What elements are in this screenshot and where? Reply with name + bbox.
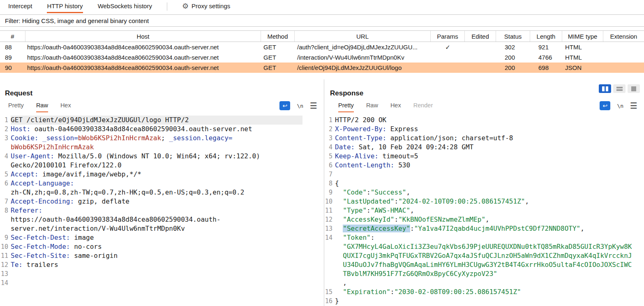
tab-divider: [167, 2, 167, 11]
request-tab-raw[interactable]: Raw: [36, 99, 48, 112]
wrap-toggle-icon[interactable]: ↩: [279, 101, 290, 110]
text-segment: ,: [410, 206, 414, 214]
line-content: "LastUpdated":"2024-02-10T09:00:25.08615…: [335, 197, 633, 206]
text-segment: image: [70, 234, 94, 241]
text-segment: zh-CN,zh;q=0.8,zh-TW;q=0.7,zh-HK;q=0.5,e…: [11, 188, 244, 197]
text-segment: oauth-0a46003903834a8d84cea80602590034.o…: [30, 125, 252, 133]
view-split-rows-button[interactable]: [613, 84, 626, 93]
column-header-status[interactable]: Status: [496, 31, 530, 42]
tab-proxy-settings[interactable]: ⚙Proxy settings: [182, 0, 230, 13]
request-editor-line: 12Te: trailers: [0, 260, 324, 269]
response-subtabs: PrettyRawHexRender: [324, 99, 433, 112]
column-header-mime-type[interactable]: MIME type: [562, 31, 603, 42]
text-segment: "Ya1va47I2qabd4ucjm4UVhPPDstC9Df72NND8OT…: [414, 225, 581, 232]
table-row[interactable]: 89https://oauth-0a46003903834a8d84cea806…: [0, 52, 644, 63]
text-segment: Accept-Encoding:: [11, 197, 74, 205]
table-row[interactable]: 88https://oauth-0a46003903834a8d84cea806…: [0, 42, 644, 52]
text-segment: ,: [406, 188, 410, 196]
response-editor-line: 7: [324, 170, 644, 179]
line-content: [11, 269, 302, 278]
text-segment: Date:: [335, 143, 355, 151]
line-number: 9: [0, 233, 11, 242]
line-number: 12: [0, 260, 11, 269]
wrap-toggle-icon[interactable]: ↩: [600, 101, 610, 110]
text-segment: "Code": [343, 188, 367, 196]
text-segment: "GX7MHcyL4GaLoXicIi3Z3eu7qkVbs6J9PjeUURE…: [343, 242, 633, 278]
column-header-edited[interactable]: Edited: [465, 31, 496, 42]
text-segment: "LastUpdated": [343, 197, 394, 205]
line-number: 2: [0, 125, 11, 134]
text-segment: application/json; charset=utf-8: [386, 134, 513, 142]
table-row[interactable]: 90https://oauth-0a46003903834a8d84cea806…: [0, 63, 644, 73]
request-tab-hex[interactable]: Hex: [60, 99, 71, 112]
response-editor-line: 12 "AccessKeyId":"KkBNOofESNzwmeZlmMEp",: [324, 215, 644, 224]
response-panel: Response PrettyRawHexRender ↩ \n ☰ 1HTTP…: [324, 79, 644, 306]
proxy-tabbar: InterceptHTTP historyWebSockets history⚙…: [0, 0, 644, 13]
response-tab-raw[interactable]: Raw: [366, 99, 378, 112]
text-segment: [42, 206, 46, 214]
column-header-url[interactable]: URL: [295, 31, 431, 42]
line-number: 14: [0, 278, 11, 287]
tab-intercept[interactable]: Intercept: [8, 0, 32, 13]
line-number: 15: [324, 287, 335, 297]
line-number: 1: [0, 116, 11, 125]
line-content: Te: trailers: [11, 260, 302, 269]
response-tab-hex[interactable]: Hex: [390, 99, 401, 112]
view-split-columns-button[interactable]: [599, 84, 611, 93]
editor-menu-button[interactable]: ☰: [630, 102, 637, 110]
request-tab-pretty[interactable]: Pretty: [8, 99, 24, 112]
text-segment: [335, 234, 343, 241]
tab-websockets-history[interactable]: WebSockets history: [98, 0, 152, 13]
table-body: 88https://oauth-0a46003903834a8d84cea806…: [0, 42, 644, 73]
cell-url: /interaction/V-Wu4Ulw6nmTtrMDpn0Kv: [295, 54, 431, 61]
response-editor-icons: ↩ \n ☰: [600, 99, 637, 112]
line-number: 8: [324, 179, 335, 188]
line-number: 6: [324, 161, 335, 170]
text-segment: ,: [343, 279, 347, 287]
response-tab-render[interactable]: Render: [413, 99, 433, 112]
cell-method: GET: [261, 54, 295, 61]
response-editor-line: 15 "Expiration":"2030-02-08T09:00:25.086…: [324, 287, 644, 297]
cell-host: https://oauth-0a46003903834a8d84cea80602…: [25, 64, 261, 71]
line-content: Accept-Language: zh-CN,zh;q=0.8,zh-TW;q=…: [11, 179, 302, 197]
request-editor[interactable]: 1GET /client/eOj94DjLdMJexJzZUUGUl/logo …: [0, 114, 324, 287]
text-segment: "Token": [343, 234, 370, 241]
column-header-host[interactable]: Host: [25, 31, 261, 42]
filter-bar[interactable]: Filter: Hiding CSS, image and general bi…: [0, 14, 644, 27]
newline-toggle-button[interactable]: \n: [297, 103, 303, 109]
request-subtabs: PrettyRawHex: [0, 99, 71, 112]
http-history-table: #HostMethodURLParamsEditedStatusLengthMI…: [0, 30, 644, 73]
column-header-params[interactable]: Params: [431, 31, 465, 42]
text-segment: ;: [161, 134, 169, 142]
editor-menu-button[interactable]: ☰: [310, 102, 317, 110]
column-header-method[interactable]: Method: [261, 31, 295, 42]
line-content: "SecretAccessKey":"Ya1va47I2qabd4ucjm4UV…: [335, 224, 633, 233]
text-segment: :: [395, 216, 399, 223]
column-header-extension[interactable]: Extension: [603, 31, 644, 42]
request-editor-line: 10Sec-Fetch-Mode: no-cors: [0, 242, 324, 251]
line-content: [11, 278, 302, 287]
response-editor-line: 14 "Token":"GX7MHcyL4GaLoXicIi3Z3eu7qkVb…: [324, 233, 644, 287]
cell-method: GET: [261, 44, 295, 51]
response-editor-line: 2X-Powered-By: Express: [324, 125, 644, 134]
text-segment: [335, 225, 343, 232]
line-content: }: [335, 297, 633, 306]
request-editor-line: 11Sec-Fetch-Site: same-origin: [0, 251, 324, 260]
response-editor[interactable]: 1HTTP/2 200 OK2X-Powered-By: Express3Con…: [324, 114, 644, 306]
request-editor-line: 6Accept-Language: zh-CN,zh;q=0.8,zh-TW;q…: [0, 179, 324, 197]
response-editor-line: 3Content-Type: application/json; charset…: [324, 134, 644, 143]
request-editor-line: 3Cookie: _session=bWob6KSPi2hInHcrmAzak;…: [0, 134, 324, 152]
tab-http-history[interactable]: HTTP history: [47, 0, 83, 13]
column-header-#[interactable]: #: [0, 31, 25, 42]
text-segment: "2024-02-10T09:00:25.086157451Z": [398, 197, 525, 205]
line-content: "AccessKeyId":"KkBNOofESNzwmeZlmMEp",: [335, 215, 633, 224]
request-editor-icons: ↩ \n ☰: [279, 99, 317, 112]
newline-toggle-button[interactable]: \n: [617, 103, 623, 109]
cell-num: 90: [0, 64, 25, 71]
response-tab-pretty[interactable]: Pretty: [338, 99, 354, 112]
text-segment: [335, 197, 343, 205]
line-number: 16: [324, 297, 335, 306]
column-header-length[interactable]: Length: [530, 31, 562, 42]
text-segment: User-Agent:: [11, 152, 54, 160]
view-single-button[interactable]: [628, 84, 640, 93]
